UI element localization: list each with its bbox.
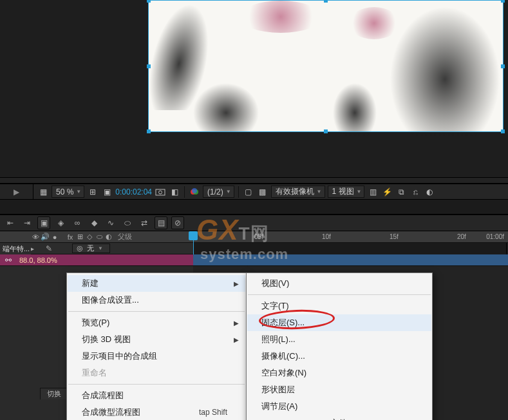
submenu-item-camera[interactable]: 摄像机(C)...	[247, 348, 431, 365]
grid-icon[interactable]: ▦	[37, 186, 49, 198]
flowchart-icon[interactable]: ⎌	[409, 186, 421, 198]
current-time[interactable]: 0:00:02:04	[115, 187, 152, 196]
channel-button[interactable]	[189, 186, 200, 198]
aspect-icon[interactable]: ▣	[101, 186, 113, 198]
submenu-item-shape[interactable]: 形状图层	[247, 381, 431, 398]
3d-col-icon[interactable]: ◇	[85, 232, 94, 242]
transform-handle[interactable]	[501, 129, 505, 133]
parent-column-label: 父级	[118, 232, 132, 242]
ruler-tick-label: 10f	[322, 233, 331, 240]
draft-3d-icon[interactable]: ▤	[155, 216, 167, 229]
svg-point-1	[159, 191, 162, 194]
pixel-aspect-icon[interactable]: ▥	[367, 186, 379, 198]
camera-combo[interactable]: 有效摄像机▼	[271, 186, 325, 198]
show-snapshot-icon[interactable]: ◧	[169, 186, 180, 198]
chevron-down-icon: ▼	[317, 189, 322, 195]
submenu-item-text[interactable]: 文字(T)	[247, 298, 431, 314]
chevron-down-icon: ▼	[357, 189, 362, 195]
av-col-icon[interactable]: 👁	[31, 232, 40, 242]
menu-item-new[interactable]: 新建 ▶	[68, 275, 245, 292]
submenu-item-viewer[interactable]: 视图(V)	[247, 275, 431, 292]
exposure-icon[interactable]: ◐	[424, 186, 435, 198]
timeline-icon[interactable]: ⧉	[395, 186, 407, 198]
transform-handle[interactable]	[147, 64, 151, 68]
camera-value: 有效摄像机	[276, 186, 314, 197]
chevron-down-icon: ▼	[226, 189, 231, 195]
scale-value[interactable]: 88.0, 88.0%	[19, 256, 57, 264]
menu-label: 形状图层	[261, 384, 295, 396]
resolution-icon[interactable]: ⊞	[87, 186, 99, 198]
svg-point-4	[192, 188, 197, 193]
menu-label: 视图(V)	[261, 278, 289, 289]
blend-col-icon[interactable]: ⊞	[75, 232, 84, 242]
ruler-tick-label: 01:00f	[486, 233, 504, 240]
switch-icon[interactable]: ⇄	[138, 216, 151, 229]
view-layout-combo[interactable]: 1 视图▼	[328, 186, 365, 198]
submenu-item-solid[interactable]: 固态层(S)...	[247, 314, 431, 331]
ruler-tick-label: 15f	[390, 233, 399, 240]
layer-row[interactable]: ⚯ 88.0, 88.0%	[0, 254, 193, 266]
link-icon[interactable]: ⚯	[4, 256, 13, 265]
region-icon[interactable]: ▢	[243, 186, 254, 198]
menu-accelerator: tap Shift	[173, 408, 227, 417]
trim-out-icon[interactable]: ⇥	[21, 216, 33, 229]
menu-label: 重命名	[82, 367, 107, 379]
submenu-item-light[interactable]: 照明(L)...	[247, 331, 431, 348]
adj-col-icon[interactable]: ◐	[104, 232, 113, 242]
menu-item-preview[interactable]: 预览(P) ▶	[68, 314, 245, 331]
menu-label: 新建	[82, 278, 99, 289]
time-ruler[interactable]: 05f 10f 15f 20f 01:00f	[193, 231, 508, 243]
fx-col-icon[interactable]: fx	[66, 232, 75, 242]
submenu-item-photoshop[interactable]: Adobe Photoshop 文件(H)...	[247, 415, 431, 420]
transparency-grid-icon[interactable]: ▩	[257, 186, 268, 198]
pen-icon[interactable]: ✎	[42, 242, 55, 255]
cube-icon[interactable]: ◈	[54, 216, 67, 229]
bottom-tab[interactable]: 切换	[40, 388, 68, 399]
menu-item-mini-flowchart[interactable]: 合成微型流程图 tap Shift	[68, 404, 245, 420]
link-icon[interactable]: ∞	[71, 216, 84, 229]
solo-col-icon[interactable]: ●	[50, 232, 59, 242]
snapshot-button[interactable]	[155, 186, 166, 198]
transform-handle[interactable]	[324, 0, 328, 3]
comp-button[interactable]: ▣	[37, 216, 50, 229]
keyframe-icon[interactable]: ◆	[88, 216, 100, 229]
timeline-toolbar: ⇤ ⇥ ▣ ◈ ∞ ◆ ∿ ⬭ ⇄ ▤ ⊘	[0, 215, 508, 231]
ruler-tick-label: 20f	[457, 233, 466, 240]
menu-item-flowchart[interactable]: 合成流程图	[68, 387, 245, 404]
menu-label: 图像合成设置...	[82, 294, 139, 306]
menu-separator	[248, 294, 431, 295]
mb-col-icon[interactable]: ⬭	[95, 232, 104, 242]
transform-handle[interactable]	[501, 64, 505, 68]
transform-handle[interactable]	[501, 0, 505, 3]
trim-in-icon[interactable]: ⇤	[4, 216, 17, 229]
menu-item-toggle-3d[interactable]: 切换 3D 视图 ▶	[68, 331, 245, 348]
resolution-combo[interactable]: (1/2)▼	[203, 186, 234, 198]
fast-preview-icon[interactable]: ⚡	[381, 186, 393, 198]
menu-label: Adobe Photoshop 文件(H)...	[261, 417, 366, 420]
panel-separator[interactable]	[0, 177, 508, 184]
svg-rect-0	[156, 189, 165, 195]
submenu-item-adjustment[interactable]: 调节层(A)	[247, 398, 431, 415]
transform-handle[interactable]	[147, 0, 151, 3]
menu-label: 固态层(S)...	[261, 317, 305, 329]
graph-icon[interactable]: ∿	[104, 216, 117, 229]
menu-separator	[68, 311, 245, 312]
composition-canvas[interactable]	[148, 0, 503, 132]
parent-none-combo[interactable]: ◎无▼	[72, 243, 110, 253]
transform-handle[interactable]	[147, 129, 151, 133]
composition-viewer	[0, 0, 508, 177]
pill-icon[interactable]: ⬭	[121, 216, 134, 229]
motion-blur-icon[interactable]: ⊘	[171, 216, 184, 229]
menu-item-comp-settings[interactable]: 图像合成设置...	[68, 292, 245, 309]
transform-handle[interactable]	[324, 129, 328, 133]
audio-col-icon[interactable]: 🔊	[41, 232, 50, 242]
collapse-button[interactable]: ▶	[0, 184, 33, 200]
layer-track[interactable]	[193, 254, 508, 266]
submenu-item-null[interactable]: 空白对象(N)	[247, 365, 431, 381]
submenu-arrow-icon: ▶	[234, 280, 239, 287]
comp-tab[interactable]: 端午特...	[0, 243, 31, 254]
menu-item-reveal-in-project[interactable]: 显示项目中的合成组	[68, 348, 245, 365]
menu-separator	[68, 384, 245, 385]
zoom-value: 50 %	[56, 187, 73, 196]
zoom-combo[interactable]: 50 %▼	[52, 186, 84, 198]
